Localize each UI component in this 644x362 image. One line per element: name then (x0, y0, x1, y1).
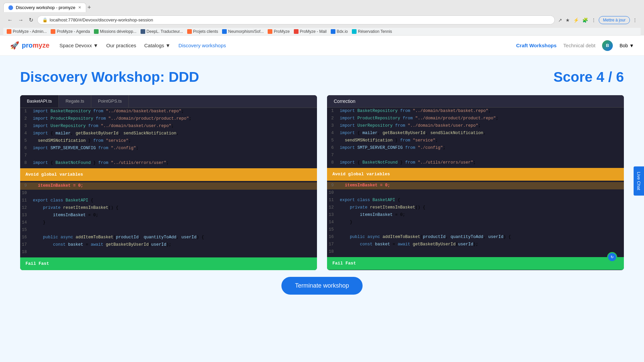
left-warning-banner: Avoid global variables (20, 168, 317, 181)
bookmark-promyze-agenda[interactable]: ProMyze - Agenda (51, 29, 90, 34)
tab-regate[interactable]: Regate.ts (59, 95, 91, 108)
bookmark-label: DeepL. Traducteur... (147, 29, 183, 34)
address-bar: ← → ↻ 🔒 localhost:7780/#/Devoxx/discover… (3, 14, 641, 26)
nav-right: Craft Workshops Technical debt B Bob ▼ (516, 40, 634, 51)
bookmark-label: ProMyze - Admin... (13, 29, 47, 34)
right-tabs-row: Correction (327, 95, 624, 108)
terminate-workshop-button[interactable]: Terminate workshop (281, 277, 362, 295)
active-tab[interactable]: Discovery workshop - promyze ✕ (3, 3, 86, 12)
bookmark-icon (222, 29, 227, 34)
nav-technical-debt[interactable]: Technical debt (563, 43, 595, 48)
update-button[interactable]: Mettre à jour (599, 16, 630, 24)
puzzle-icon[interactable]: 🧩 (582, 17, 589, 23)
user-avatar: B (602, 40, 613, 51)
refresh-button[interactable]: ↻ (28, 16, 35, 24)
right-code-line-8: 8 import { BasketNotFound } from "../uti… (327, 159, 624, 167)
nav-discovery-label: Discovery workshops (178, 43, 226, 48)
tab-pointgps[interactable]: PointGPS.ts (91, 95, 129, 108)
new-tab-button[interactable]: + (88, 4, 91, 11)
tab-correction[interactable]: Correction (327, 95, 362, 107)
right-code-line-14: 14 } (327, 219, 624, 226)
bookmark-label: ProMyze (274, 29, 289, 34)
bookmark-label: Missions développ... (100, 29, 137, 34)
chevron-down-icon: ▼ (165, 43, 170, 48)
bookmarks-bar: ProMyze - Admin... ProMyze - Agenda Miss… (3, 28, 641, 36)
user-name[interactable]: Bob ▼ (620, 43, 634, 48)
left-success-banner: Fail Fast (20, 257, 317, 270)
right-code-line-15: 15 (327, 226, 624, 234)
bookmark-icon (294, 29, 299, 34)
right-success-banner: Fail Fast (327, 257, 624, 270)
nav-discovery-workshops[interactable]: Discovery workshops (178, 43, 226, 48)
logo[interactable]: 🚀 promyze (10, 41, 49, 50)
bookmark-promyze-mail[interactable]: ProMyze - Mail (294, 29, 327, 34)
bookmark-missions[interactable]: Missions développ... (94, 29, 137, 34)
nav-craft-workshops[interactable]: Craft Workshops (516, 43, 557, 48)
bookmark-icon (7, 29, 11, 34)
url-box[interactable]: 🔒 localhost:7780/#/Devoxx/discovery-work… (37, 15, 555, 24)
code-line-4: 4 import { mailer, getBasketByUserId, se… (20, 130, 317, 137)
bookmark-deepl[interactable]: DeepL. Traducteur... (141, 29, 183, 34)
nav-space[interactable]: Space Devoxx ▼ (59, 43, 98, 48)
right-code-line-17: 17 const basket = await getBasketByUserI… (327, 241, 624, 248)
lock-icon: 🔒 (42, 17, 48, 22)
nav-links: Space Devoxx ▼ Our practices Catalogs ▼ … (59, 43, 506, 48)
code-line-12: 12 private resetItemsInBasket() { (20, 204, 317, 212)
bookmark-icon (141, 29, 145, 34)
extension-icon[interactable]: ⚡ (573, 17, 580, 23)
tab-basketapi[interactable]: BasketAPI.ts (20, 95, 59, 108)
bookmark-icon (94, 29, 99, 34)
bookmark-label: Neumorphism/Sof... (228, 29, 264, 34)
settings-icon[interactable]: ⋮ (591, 17, 597, 23)
logo-text: promyze (22, 42, 49, 49)
share-icon[interactable]: ↗ (557, 17, 563, 23)
back-button[interactable]: ← (6, 16, 14, 24)
bookmark-projets[interactable]: Projets clients (187, 29, 218, 34)
code-line-17: 17 const basket = await getBasketByUserI… (20, 241, 317, 249)
tab-close-button[interactable]: ✕ (78, 5, 81, 10)
bookmark-neumorphism[interactable]: Neumorphism/Sof... (222, 29, 264, 34)
tab-bar: Discovery workshop - promyze ✕ + (3, 3, 641, 12)
browser-chrome: Discovery workshop - promyze ✕ + ← → ↻ 🔒… (0, 0, 644, 36)
code-line-16: 16 public async addItemToBasket(productI… (20, 234, 317, 241)
forward-button[interactable]: → (17, 16, 25, 24)
code-line-18: 18 (20, 249, 317, 256)
nav-catalogs[interactable]: Catalogs ▼ (144, 43, 170, 48)
code-line-1: 1 import BasketRepository from "../domai… (20, 108, 317, 115)
code-line-2: 2 import ProductRepository from "../doma… (20, 115, 317, 123)
right-code-line-4: 4 import { mailer, getBasketByUserId, se… (327, 130, 624, 137)
main-nav: 🚀 promyze Space Devoxx ▼ Our practices C… (0, 36, 644, 56)
code-line-15: 15 (20, 227, 317, 234)
right-code-line-7: 7 (327, 152, 624, 159)
right-code-line-2: 2 import ProductRepository from "../doma… (327, 115, 624, 122)
rocket-icon: 🚀 (10, 41, 19, 50)
right-code-line-13: 13 itemsInBasket = 0; (327, 212, 624, 219)
menu-icon[interactable]: ⋮ (632, 17, 638, 23)
code-line-3: 3 import UserRepository from "../domain/… (20, 123, 317, 130)
page-header: Discovery Workshop: DDD Score 4 / 6 (20, 69, 624, 85)
bookmark-promyze[interactable]: ProMyze (268, 29, 289, 34)
bookmark-promyze-admin[interactable]: ProMyze - Admin... (7, 29, 47, 34)
right-code-line-3: 3 import UserRepository from "../domain/… (327, 122, 624, 130)
live-chat-button[interactable]: Live Chat (634, 167, 644, 196)
page-content: Discovery Workshop: DDD Score 4 / 6 Bask… (0, 56, 644, 362)
code-line-13: 13 itemsInBasket = 0; (20, 212, 317, 219)
score: Score 4 / 6 (553, 69, 624, 85)
right-code-line-16: 16 public async addItemToBasket(productI… (327, 234, 624, 241)
bookmark-reservation-tennis[interactable]: Réservation Tennis (352, 29, 392, 34)
right-code-line-6: 6 import SMTP_SERVER_CONFIG from "./conf… (327, 144, 624, 152)
floating-action-icon[interactable]: ↻ (607, 252, 617, 262)
bookmark-icon[interactable]: ★ (565, 17, 571, 23)
nav-our-practices[interactable]: Our practices (106, 43, 136, 48)
bookmark-bdxio[interactable]: Bdx.io (331, 29, 348, 34)
bookmark-label: ProMyze - Agenda (57, 29, 90, 34)
chevron-down-icon: ▼ (629, 43, 634, 48)
right-code-line-10: 10 (327, 189, 624, 197)
code-line-8: 8 import { BasketNotFound } from "../uti… (20, 160, 317, 167)
url-text: localhost:7780/#/Devoxx/discovery-worksh… (50, 17, 153, 22)
right-code-line-11: 11 export class BasketAPI { (327, 197, 624, 204)
tab-title: Discovery workshop - promyze (16, 5, 75, 10)
terminate-container: Terminate workshop (20, 277, 624, 295)
nav-catalogs-label: Catalogs (144, 43, 164, 48)
bookmark-label: Réservation Tennis (358, 29, 392, 34)
